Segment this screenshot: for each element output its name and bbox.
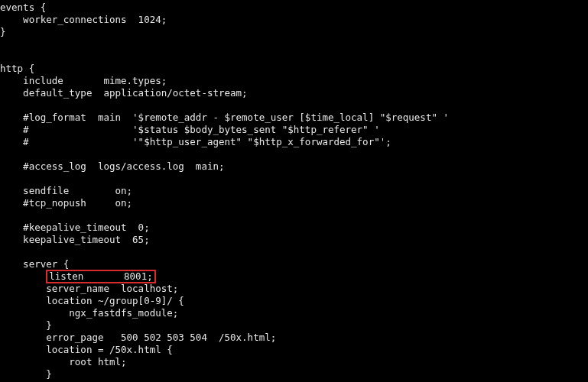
code-line: server_name localhost; [0,283,588,295]
code-line: } [0,26,588,38]
code-line: } [0,368,588,380]
code-line: events { [0,2,588,14]
code-line: server { [0,258,588,270]
code-line: worker_connections 1024; [0,14,588,26]
code-line [0,148,588,160]
code-line [0,173,588,185]
code-line: http { [0,63,588,75]
listen-directive-highlight: listen 8001; [46,270,155,283]
code-line: #access_log logs/access.log main; [0,160,588,173]
code-line: listen 8001; [0,270,588,283]
code-line: sendfile on; [0,185,588,197]
code-line: ngx_fastdfs_module; [0,307,588,319]
code-line: # '$status $body_bytes_sent "$http_refer… [0,124,588,136]
code-line: #keepalive_timeout 0; [0,222,588,234]
code-line: root html; [0,356,588,368]
code-line [0,209,588,222]
code-line: #tcp_nopush on; [0,197,588,209]
code-line: } [0,319,588,332]
code-line: # '"$http_user_agent" "$http_x_forwarded… [0,136,588,148]
code-line [0,246,588,258]
code-line: #log_format main '$remote_addr - $remote… [0,112,588,124]
code-line: default_type application/octet-stream; [0,87,588,99]
nginx-config-code: events { worker_connections 1024;} http … [0,0,588,382]
code-line: location = /50x.html { [0,344,588,356]
code-line: keepalive_timeout 65; [0,234,588,246]
code-line: error_page 500 502 503 504 /50x.html; [0,332,588,344]
code-line [0,38,588,50]
code-line: include mime.types; [0,75,588,87]
code-line: location ~/group[0-9]/ { [0,295,588,307]
code-line [0,50,588,63]
code-line [0,99,588,112]
